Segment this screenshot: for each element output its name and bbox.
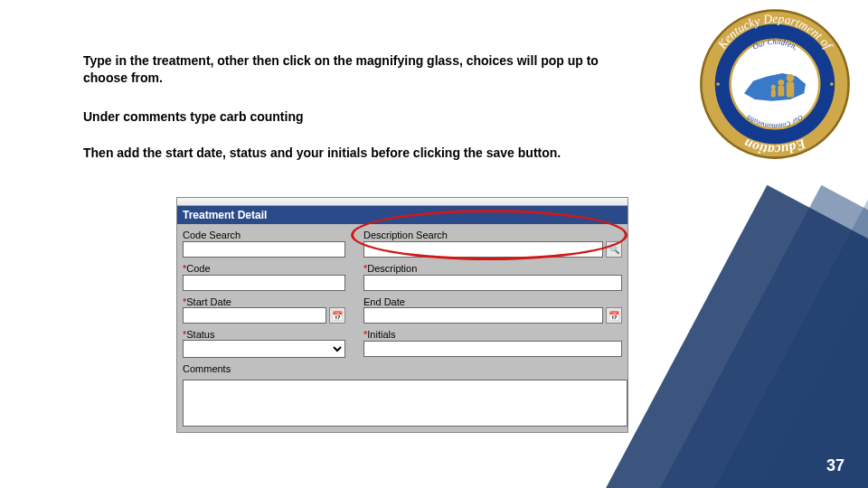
svg-point-13 (716, 82, 720, 86)
end-date-input[interactable] (363, 307, 603, 324)
svg-point-9 (778, 80, 784, 86)
treatment-detail-form: Treatment Detail Code Search Description… (176, 197, 628, 433)
form-tabstrip (177, 198, 627, 206)
svg-rect-10 (778, 86, 784, 97)
instruction-line-1: Type in the treatment, other then click … (83, 52, 644, 87)
start-date-input[interactable] (183, 307, 326, 324)
page-number: 37 (826, 456, 844, 475)
label-start-date: *Start Date (183, 293, 345, 307)
svg-point-11 (771, 85, 776, 89)
instruction-line-2: Under comments type carb counting (83, 108, 644, 126)
kentucky-education-seal: Kentucky Department of Education Our Chi… (698, 7, 852, 161)
label-description-search: Description Search (363, 226, 622, 240)
description-input[interactable] (363, 275, 622, 291)
svg-point-14 (830, 82, 834, 86)
code-search-input[interactable] (183, 241, 345, 258)
label-end-date: End Date (363, 293, 622, 307)
description-search-input[interactable] (363, 241, 603, 258)
search-icon[interactable]: 🔍 (606, 241, 622, 258)
label-code: *Code (183, 259, 345, 274)
svg-rect-8 (787, 81, 795, 97)
label-code-search: Code Search (183, 226, 345, 240)
calendar-icon[interactable]: 📅 (329, 307, 345, 324)
initials-input[interactable] (363, 341, 622, 357)
comments-textarea[interactable] (183, 380, 627, 427)
label-description: *Description (363, 259, 622, 274)
status-select[interactable] (183, 340, 345, 358)
calendar-icon[interactable]: 📅 (606, 307, 622, 324)
label-initials: *Initials (363, 325, 622, 340)
svg-point-7 (787, 74, 795, 82)
form-title: Treatment Detail (177, 206, 627, 224)
code-input[interactable] (183, 275, 345, 291)
label-description-search-text: Description Search (363, 230, 448, 240)
label-comments: Comments (183, 360, 622, 374)
svg-rect-12 (771, 89, 776, 98)
label-status: *Status (183, 325, 345, 340)
instruction-line-3: Then add the start date, status and your… (83, 145, 644, 162)
